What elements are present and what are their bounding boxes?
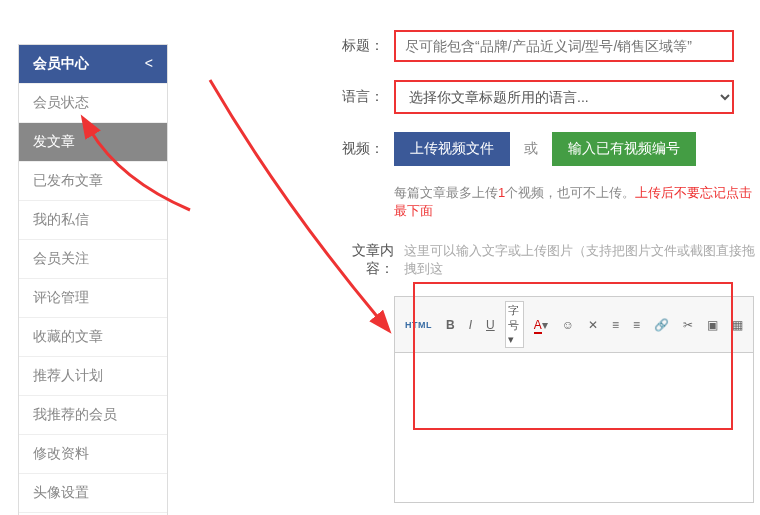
toolbar-emoji-icon[interactable]: ☺ <box>558 316 578 334</box>
video-label: 视频： <box>330 140 394 158</box>
toolbar-clear-icon[interactable]: ✕ <box>584 316 602 334</box>
sidebar-item-post[interactable]: 发文章 <box>19 122 167 161</box>
sidebar-collapse-icon[interactable]: < <box>145 55 153 71</box>
toolbar-bold-button[interactable]: B <box>442 316 459 334</box>
rich-text-editor: HTML B I U 字号 ▾ A▾ ☺ ✕ ≡ ≡ 🔗 ✂ ▣ ▦ <box>394 296 754 503</box>
toolbar-image-icon[interactable]: ▣ <box>703 316 722 334</box>
video-note: 每篇文章最多上传1个视频，也可不上传。上传后不要忘记点击最下面 <box>394 184 760 220</box>
toolbar-italic-button[interactable]: I <box>465 316 476 334</box>
toolbar-color-button[interactable]: A▾ <box>530 316 552 334</box>
content-hint: 这里可以输入文字或上传图片（支持把图片文件或截图直接拖拽到这 <box>404 242 760 278</box>
upload-video-button[interactable]: 上传视频文件 <box>394 132 510 166</box>
language-select[interactable]: 选择你文章标题所用的语言... <box>394 80 734 114</box>
sidebar-item-profile[interactable]: 修改资料 <box>19 434 167 473</box>
toolbar-fontsize-select[interactable]: 字号 ▾ <box>505 301 524 348</box>
toolbar-html-button[interactable]: HTML <box>401 318 436 332</box>
sidebar-item-referred[interactable]: 我推荐的会员 <box>19 395 167 434</box>
toolbar-media-icon[interactable]: ▦ <box>728 316 747 334</box>
toolbar-align-center-icon[interactable]: ≡ <box>629 316 644 334</box>
editor-toolbar: HTML B I U 字号 ▾ A▾ ☺ ✕ ≡ ≡ 🔗 ✂ ▣ ▦ <box>394 296 754 353</box>
title-input[interactable] <box>394 30 734 62</box>
sidebar-header[interactable]: 会员中心 < <box>19 45 167 83</box>
toolbar-align-left-icon[interactable]: ≡ <box>608 316 623 334</box>
form-area: 标题： 语言： 选择你文章标题所用的语言... 视频： 上传视频文件 或 输入已… <box>330 30 760 503</box>
sidebar-item-follow[interactable]: 会员关注 <box>19 239 167 278</box>
existing-video-button[interactable]: 输入已有视频编号 <box>552 132 696 166</box>
sidebar-item-comments[interactable]: 评论管理 <box>19 278 167 317</box>
title-label: 标题： <box>330 37 394 55</box>
sidebar-item-status[interactable]: 会员状态 <box>19 83 167 122</box>
or-text: 或 <box>524 140 538 156</box>
sidebar: 会员中心 < 会员状态 发文章 已发布文章 我的私信 会员关注 评论管理 收藏的… <box>18 44 168 515</box>
sidebar-item-favorites[interactable]: 收藏的文章 <box>19 317 167 356</box>
content-label: 文章内容： <box>330 242 404 278</box>
sidebar-item-referral[interactable]: 推荐人计划 <box>19 356 167 395</box>
toolbar-unlink-icon[interactable]: ✂ <box>679 316 697 334</box>
sidebar-title: 会员中心 <box>33 55 89 71</box>
sidebar-item-messages[interactable]: 我的私信 <box>19 200 167 239</box>
sidebar-item-avatar[interactable]: 头像设置 <box>19 473 167 512</box>
language-label: 语言： <box>330 88 394 106</box>
sidebar-item-published[interactable]: 已发布文章 <box>19 161 167 200</box>
editor-body[interactable] <box>394 353 754 503</box>
toolbar-underline-button[interactable]: U <box>482 316 499 334</box>
toolbar-link-icon[interactable]: 🔗 <box>650 316 673 334</box>
